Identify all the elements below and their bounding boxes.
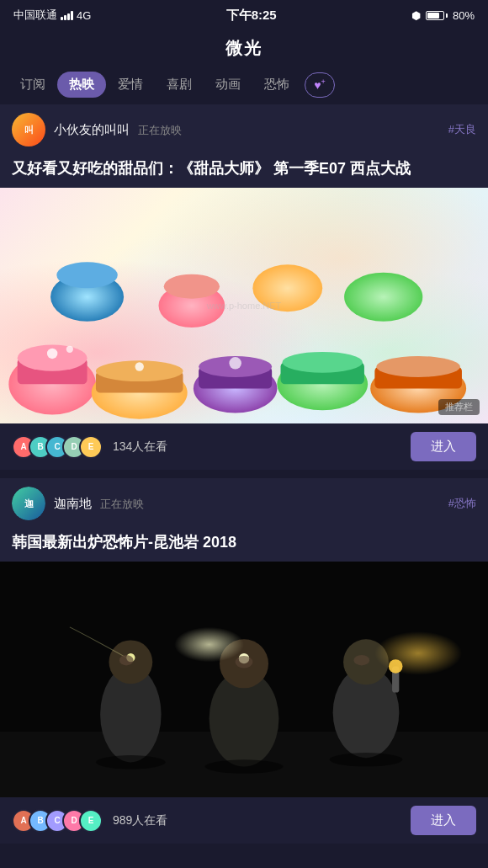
footer-row-2: A B C D E 989人在看 进入 xyxy=(0,797,488,844)
battery-percent: 80% xyxy=(453,9,475,22)
viewer-count-1: 134人在看 xyxy=(113,439,167,455)
user-details-1: 小伙友的叫叫 正在放映 xyxy=(54,122,182,138)
svg-point-43 xyxy=(204,760,283,775)
tab-romance[interactable]: 爱情 xyxy=(106,72,155,98)
viewer-section-1: A B C D E 134人在看 xyxy=(12,435,167,459)
svg-point-22 xyxy=(66,346,73,353)
signal-icon xyxy=(61,11,73,20)
nav-tabs: 订阅 热映 爱情 喜剧 动画 恐怖 ♥+ xyxy=(0,68,488,104)
user-row-1: 叫 小伙友的叫叫 正在放映 #天良 xyxy=(0,104,488,155)
user-row-2: 迦 迦南地 正在放映 #恐怖 xyxy=(0,478,488,529)
battery-icon xyxy=(426,11,448,20)
svg-point-11 xyxy=(283,352,363,373)
svg-point-21 xyxy=(47,349,57,359)
stream-thumbnail-2[interactable] xyxy=(0,562,488,797)
network-type: 4G xyxy=(77,9,91,22)
tag-2: #恐怖 xyxy=(448,496,476,511)
enter-button-2[interactable]: 进入 xyxy=(411,806,476,835)
tag-1: #天良 xyxy=(448,122,476,137)
bluetooth-icon: ⬢ xyxy=(411,9,421,22)
stream-item-1: 叫 小伙友的叫叫 正在放映 #天良 又好看又好吃的甜品们：《甜品大师》 第一季E… xyxy=(0,104,488,470)
tab-comedy[interactable]: 喜剧 xyxy=(155,72,204,98)
viewer-avatars-2: A B C D E xyxy=(12,809,96,833)
carrier-text: 中国联通 xyxy=(13,8,57,23)
dark-scene xyxy=(0,562,488,797)
svg-point-16 xyxy=(56,262,118,288)
viewer-section-2: A B C D E 989人在看 xyxy=(12,809,167,833)
username-2: 迦南地 xyxy=(54,496,92,510)
app-header: 微光 xyxy=(0,30,488,68)
viewer-avatar: E xyxy=(79,809,103,833)
status-right: ⬢ 80% xyxy=(411,9,475,22)
tab-hot[interactable]: 热映 xyxy=(57,72,106,98)
footer-row-1: A B C D E 134人在看 进入 xyxy=(0,423,488,470)
viewer-avatar: E xyxy=(79,435,103,459)
favorite-add-button[interactable]: ♥+ xyxy=(305,72,335,98)
svg-point-14 xyxy=(376,356,459,377)
status-left: 中国联通 4G xyxy=(13,8,91,23)
thumbnail-image-2 xyxy=(0,562,488,797)
svg-point-20 xyxy=(344,273,422,322)
avatar-1: 叫 xyxy=(12,113,45,146)
recommend-badge: 推荐栏 xyxy=(438,399,480,415)
thumbnail-image-1 xyxy=(0,188,488,423)
tab-horror[interactable]: 恐怖 xyxy=(252,72,301,98)
stream-title-1: 又好看又好吃的甜品们：《甜品大师》 第一季E07 西点大战 xyxy=(0,155,488,188)
svg-point-18 xyxy=(164,274,220,299)
stream-item-2: 迦 迦南地 正在放映 #恐怖 韩国最新出炉恐怖片-昆池岩 2018 xyxy=(0,478,488,844)
svg-point-45 xyxy=(119,655,134,665)
stream-title-2: 韩国最新出炉恐怖片-昆池岩 2018 xyxy=(0,529,488,562)
viewer-count-2: 989人在看 xyxy=(113,813,167,828)
cake-svg xyxy=(0,188,488,423)
viewer-avatars-1: A B C D E xyxy=(12,435,96,459)
user-info-2: 迦 迦南地 正在放映 xyxy=(12,487,144,520)
tab-animation[interactable]: 动画 xyxy=(204,72,252,98)
stream-thumbnail-1[interactable]: www.p-home.NET 推荐栏 xyxy=(0,188,488,423)
app-title: 微光 xyxy=(225,39,263,57)
svg-point-24 xyxy=(229,357,241,370)
svg-point-19 xyxy=(252,265,322,312)
svg-point-23 xyxy=(135,363,144,371)
live-status-2: 正在放映 xyxy=(100,498,144,510)
scene-svg xyxy=(0,562,488,797)
tab-subscribe[interactable]: 订阅 xyxy=(8,72,57,98)
svg-point-47 xyxy=(354,655,370,665)
avatar-2: 迦 xyxy=(12,487,45,520)
svg-point-41 xyxy=(374,631,462,675)
status-bar: 中国联通 4G 下午8:25 ⬢ 80% xyxy=(0,0,488,30)
svg-point-44 xyxy=(330,753,403,767)
enter-button-1[interactable]: 进入 xyxy=(411,432,476,461)
live-status-1: 正在放映 xyxy=(138,124,182,136)
time-display: 下午8:25 xyxy=(226,8,277,24)
svg-point-46 xyxy=(236,656,253,668)
svg-point-42 xyxy=(96,755,166,769)
user-info-1: 叫 小伙友的叫叫 正在放映 xyxy=(12,113,182,146)
user-details-2: 迦南地 正在放映 xyxy=(54,496,144,512)
svg-point-36 xyxy=(174,627,244,662)
username-1: 小伙友的叫叫 xyxy=(54,122,130,136)
